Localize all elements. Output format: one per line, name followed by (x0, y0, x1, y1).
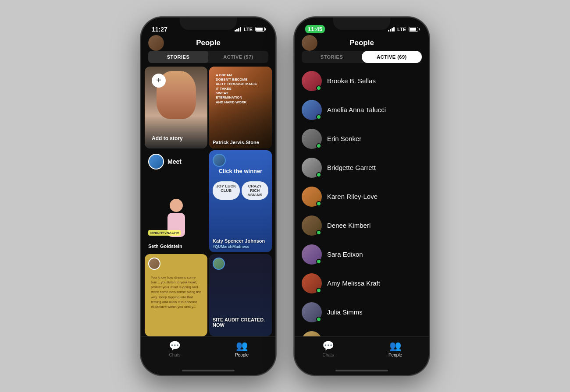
person-row-amanda[interactable]: Amanda Robinson (295, 327, 429, 336)
home-bar-2 (335, 370, 388, 371)
meet-label: Meet (167, 158, 182, 165)
page-title-2: People (349, 39, 374, 47)
avatar-denee (302, 215, 322, 236)
poll-options: JOY LUCK CLUB CRAZY RICH ASIANS (209, 178, 272, 203)
add-story-plus-btn[interactable]: + (148, 70, 169, 91)
time-1: 11:27 (152, 26, 167, 33)
tab-stories-1[interactable]: STORIES (148, 51, 208, 63)
name-julia: Julia Simms (327, 308, 363, 316)
tab-bar-stories-2: STORIES ACTIVE (69) (302, 51, 422, 63)
username-tag: @NICHYVNACHV (148, 230, 181, 236)
screen-2: 11:45 LTE People STORIES ACTIVE (69) (295, 18, 429, 375)
poll-option-2[interactable]: CRAZY RICH ASIANS (242, 181, 269, 200)
avatar-amelia (302, 100, 322, 120)
name-sara: Sara Edixon (327, 251, 363, 258)
tab-stories-2[interactable]: STORIES (302, 51, 362, 63)
name-karen: Karen Riley-Love (327, 193, 378, 200)
online-dot-sara (316, 259, 321, 264)
online-dot-denee (316, 230, 321, 235)
chats-label-2: Chats (322, 353, 334, 357)
quote-avatar (148, 258, 160, 270)
person-row-amelia[interactable]: Amelia Anna Talucci (295, 95, 429, 124)
people-icon-2: 👥 (389, 340, 401, 352)
site-audit-name: SITE AUDIT CREATED. NOW (213, 317, 268, 328)
bottom-nav-1: 💬 Chats 👥 People (141, 336, 275, 366)
meet-avatar (148, 154, 164, 170)
people-label-1: People (235, 353, 249, 357)
online-dot-bridgette (316, 172, 321, 177)
katy-name: Katy Spencer Johnson #QUMarchMadness (213, 238, 268, 249)
person-row-karen[interactable]: Karen Riley-Love (295, 182, 429, 211)
battery-icon-2 (409, 27, 418, 32)
status-bar-2: 11:45 LTE (295, 18, 429, 37)
katy-story-card[interactable]: Click the winner JOY LUCK CLUB CRAZY RIC… (209, 150, 272, 252)
tab-active-2[interactable]: ACTIVE (69) (362, 51, 422, 63)
online-dot-brooke (316, 85, 321, 91)
meet-header: Meet (145, 150, 207, 173)
katy-avatar (213, 154, 226, 167)
quote-text: You know how dreams come true... you lis… (147, 272, 205, 313)
online-dot-amy (316, 288, 321, 293)
avatar-karen (302, 187, 322, 207)
page-header-2: People (295, 37, 429, 51)
name-erin: Erin Sonker (327, 135, 361, 142)
person-row-julia[interactable]: Julia Simms (295, 298, 429, 327)
plus-icon: + (152, 74, 166, 88)
person-row-bridgette[interactable]: Bridgette Garrett (295, 153, 429, 182)
chats-icon-2: 💬 (322, 340, 334, 352)
lte-label-1: LTE (244, 27, 253, 32)
person-row-denee[interactable]: Denee Kimberl (295, 211, 429, 240)
page-title-1: People (196, 39, 221, 47)
person-row-sara[interactable]: Sara Edixon (295, 240, 429, 269)
signal-icon-2 (388, 27, 395, 32)
tab-bar-stories-1: STORIES ACTIVE (57) (148, 51, 268, 63)
avatar-brooke (302, 71, 322, 91)
nav-people-2[interactable]: 👥 People (362, 340, 429, 357)
meet-story-card[interactable]: Meet @NICHYVNACHV Seth Goldstein (145, 150, 207, 252)
content-area-1: + Add to story A DREAMDOESN'T BECOMEALIT… (141, 67, 275, 336)
name-bridgette: Bridgette Garrett (327, 164, 376, 171)
patrick-story-card[interactable]: A DREAMDOESN'T BECOMEALITY THROUGH MAGIC… (209, 67, 272, 149)
site-audit-avatar (213, 258, 225, 270)
status-bar-1: 11:27 LTE (141, 18, 275, 37)
home-bar-1 (182, 370, 235, 371)
bottom-nav-2: 💬 Chats 👥 People (295, 336, 429, 366)
tab-active-1[interactable]: ACTIVE (57) (208, 51, 268, 63)
poll-option-1[interactable]: JOY LUCK CLUB (213, 181, 240, 200)
lte-label-2: LTE (397, 27, 406, 32)
time-2: 11:45 (308, 26, 322, 32)
online-dot-karen (316, 201, 321, 206)
seth-name: Seth Goldstein (148, 244, 204, 249)
name-amy: Amy Melissa Kraft (327, 279, 380, 287)
quote-story-card[interactable]: You know how dreams come true... you lis… (145, 254, 207, 336)
avatar-bridgette (302, 158, 322, 178)
nav-chats-1[interactable]: 💬 Chats (141, 340, 208, 357)
people-label-2: People (388, 353, 402, 357)
home-indicator-2 (295, 366, 429, 375)
user-avatar-1[interactable] (148, 35, 164, 51)
status-icons-1: LTE (235, 27, 265, 32)
active-people-list: Brooke B. Sellas Amelia Anna Talucci Eri… (295, 67, 429, 336)
poll-title: Click the winner (209, 168, 272, 174)
person-row-erin[interactable]: Erin Sonker (295, 124, 429, 153)
nav-people-1[interactable]: 👥 People (208, 340, 275, 357)
person-row-amy[interactable]: Amy Melissa Kraft (295, 269, 429, 298)
avatar-julia (302, 302, 322, 322)
time-2-pill: 11:45 (305, 25, 325, 33)
status-icons-2: LTE (388, 27, 418, 32)
home-indicator-1 (141, 366, 275, 375)
nav-chats-2[interactable]: 💬 Chats (295, 340, 362, 357)
signal-icon-1 (235, 27, 241, 32)
person-row-brooke[interactable]: Brooke B. Sellas (295, 67, 429, 95)
user-avatar-2[interactable] (302, 35, 317, 51)
online-dot-erin (316, 143, 321, 148)
add-to-story-card[interactable]: + Add to story (145, 67, 207, 149)
chats-label-1: Chats (169, 353, 180, 357)
patrick-name: Patrick Jervis-Stone (213, 140, 268, 145)
online-dot-amelia (316, 114, 321, 120)
site-audit-card[interactable]: SITE AUDIT CREATED. NOW (209, 254, 272, 336)
phone-2: 11:45 LTE People STORIES ACTIVE (69) (294, 17, 430, 376)
avatar-amanda (302, 331, 322, 336)
avatar-amy (302, 273, 322, 293)
name-denee: Denee Kimberl (327, 222, 370, 229)
